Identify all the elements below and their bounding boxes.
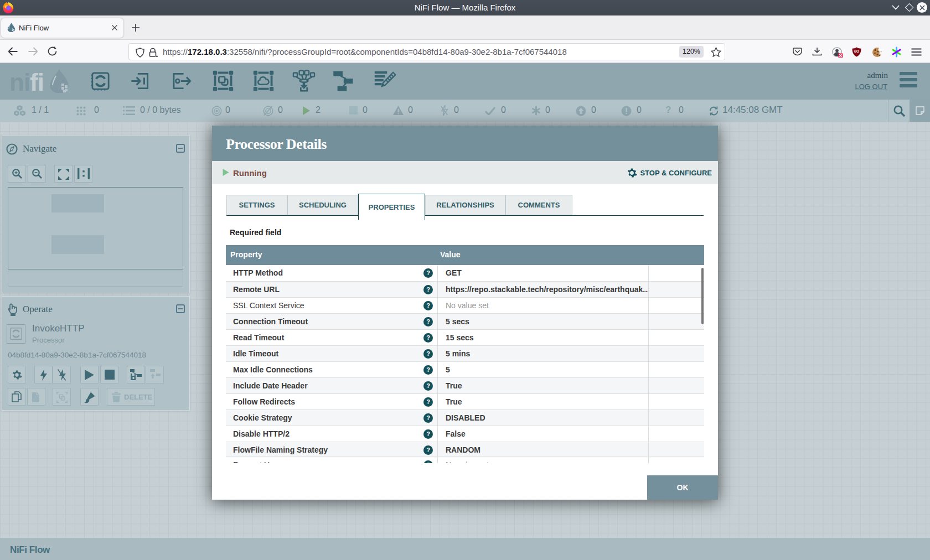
svg-text:uO: uO bbox=[854, 49, 859, 53]
